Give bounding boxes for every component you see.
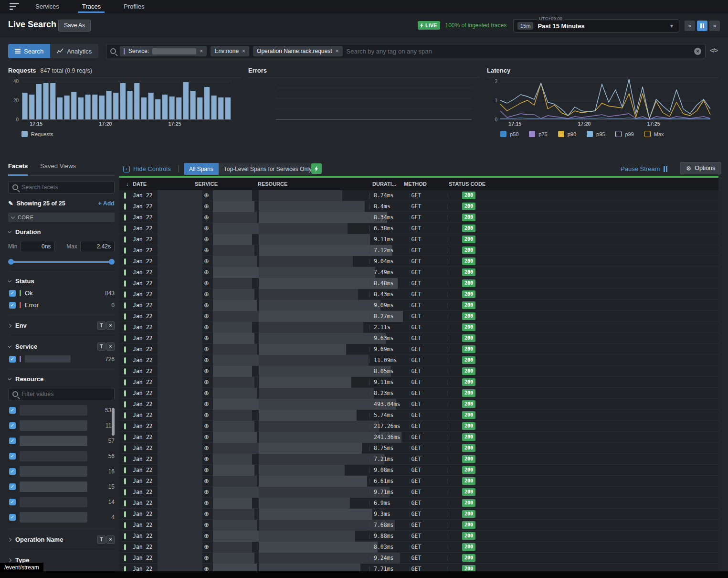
facet-value-row[interactable]: ✓16: [8, 466, 115, 477]
table-row[interactable]: Jan 22⊕8.43msGET200: [119, 289, 718, 300]
table-row[interactable]: Jan 22⊕8.48msGET200: [119, 278, 718, 289]
table-row[interactable]: Jan 22⊕11.09msGET200: [119, 355, 718, 366]
table-row[interactable]: Jan 22⊕8.27msGET200: [119, 311, 718, 322]
facet-top-button[interactable]: T: [97, 535, 106, 544]
slider-handle-min[interactable]: [8, 259, 14, 265]
search-input[interactable]: [347, 48, 690, 55]
nav-tab-traces[interactable]: Traces: [82, 0, 101, 13]
column-header-service[interactable]: SERVICE: [195, 181, 218, 187]
table-row[interactable]: Jan 22⊕9.09msGET200: [119, 300, 718, 311]
column-header-method[interactable]: METHOD: [404, 181, 427, 187]
facet-value-row[interactable]: ✓Error0: [8, 301, 115, 309]
checkbox[interactable]: ✓: [9, 407, 16, 414]
remove-filter-icon[interactable]: ×: [200, 48, 203, 54]
resource-filter-input[interactable]: [21, 391, 110, 397]
table-row[interactable]: Jan 22⊕8.23msGET200: [119, 388, 718, 399]
facet-operation-name-header[interactable]: Operation Name T×: [8, 535, 115, 544]
live-mode-toggle-button[interactable]: [311, 163, 322, 174]
table-row[interactable]: Jan 22⊕9.11msGET200: [119, 377, 718, 388]
facet-value-row[interactable]: ✓Ok843: [8, 289, 115, 297]
facet-value-row[interactable]: ✓118: [8, 420, 115, 431]
table-row[interactable]: Jan 22⊕6.9msGET200: [119, 498, 718, 509]
table-row[interactable]: Jan 22⊕493.04msGET200: [119, 399, 718, 410]
time-range-picker[interactable]: 15m Past 15 Minutes ▼: [513, 19, 679, 32]
table-row[interactable]: Jan 22⊕8.4msGET200: [119, 201, 718, 212]
facet-value-row[interactable]: ✓4: [8, 512, 115, 523]
facet-resource-header[interactable]: Resource: [8, 375, 115, 383]
facet-group-core[interactable]: CORE: [8, 213, 115, 222]
table-row[interactable]: Jan 22⊕6.38msGET200: [119, 223, 718, 234]
remove-filter-icon[interactable]: ×: [336, 48, 339, 54]
app-menu-icon[interactable]: [10, 3, 22, 13]
rewind-button[interactable]: «: [685, 21, 695, 31]
checkbox[interactable]: ✓: [9, 499, 16, 505]
facet-value-row[interactable]: ✓534: [8, 405, 115, 416]
clear-search-icon[interactable]: ×: [694, 48, 701, 55]
table-row[interactable]: Jan 22⊕7.71msGET200: [119, 564, 718, 571]
top-level-spans-button[interactable]: Top-Level Spans for Services Only: [219, 163, 317, 175]
duration-max-input[interactable]: [80, 241, 115, 252]
facet-duration-header[interactable]: Duration: [8, 228, 115, 235]
facet-clear-button[interactable]: ×: [106, 343, 115, 351]
facet-search-input[interactable]: [21, 184, 110, 191]
pause-stream-button[interactable]: Pause Stream: [621, 165, 667, 172]
checkbox[interactable]: ✓: [9, 468, 16, 475]
checkbox[interactable]: ✓: [9, 302, 16, 309]
checkbox[interactable]: ✓: [9, 290, 16, 297]
hide-controls-button[interactable]: ‹ Hide Controls: [123, 165, 171, 172]
facet-top-button[interactable]: T: [97, 343, 106, 351]
column-header-date[interactable]: DATE: [133, 181, 147, 187]
facet-search[interactable]: [8, 181, 115, 193]
duration-slider[interactable]: [8, 259, 115, 265]
filter-pill-service[interactable]: Service: ×: [120, 46, 207, 56]
facet-service-header[interactable]: Service T×: [8, 343, 115, 351]
filter-pill-operation[interactable]: Operation Name:rack.request ×: [253, 46, 342, 56]
checkbox[interactable]: ✓: [9, 453, 16, 460]
table-row[interactable]: Jan 22⊕217.26msGET200: [119, 421, 718, 432]
column-header-status-code[interactable]: STATUS CODE: [449, 181, 485, 187]
sort-descending-icon[interactable]: ↓: [126, 181, 129, 187]
table-row[interactable]: Jan 22⊕7.68msGET200: [119, 520, 718, 531]
table-row[interactable]: Jan 22⊕8.03msGET200: [119, 542, 718, 553]
table-row[interactable]: Jan 22⊕9.3msGET200: [119, 509, 718, 520]
forward-button[interactable]: »: [709, 21, 720, 31]
checkbox[interactable]: ✓: [9, 422, 16, 429]
duration-min-input[interactable]: [20, 241, 54, 252]
table-row[interactable]: Jan 22⊕9.88msGET200: [119, 531, 718, 542]
options-button[interactable]: ⚙ Options: [680, 162, 721, 174]
table-row[interactable]: Jan 22⊕9.63msGET200: [119, 333, 718, 344]
table-row[interactable]: Jan 22⊕9.69msGET200: [119, 344, 718, 355]
table-row[interactable]: Jan 22⊕9.71msGET200: [119, 487, 718, 498]
scrollbar[interactable]: [112, 408, 115, 436]
table-row[interactable]: Jan 22⊕7.49msGET200: [119, 267, 718, 278]
table-row[interactable]: Jan 22⊕9.08msGET200: [119, 465, 718, 476]
table-row[interactable]: Jan 22⊕6.61msGET200: [119, 476, 718, 487]
checkbox[interactable]: ✓: [9, 514, 16, 521]
facet-clear-button[interactable]: ×: [106, 321, 115, 330]
table-row[interactable]: Jan 22⊕9.24msGET200: [119, 553, 718, 564]
remove-filter-icon[interactable]: ×: [242, 48, 245, 54]
facet-top-button[interactable]: T: [97, 321, 106, 330]
table-row[interactable]: Jan 22⊕8.74msGET200: [119, 190, 718, 201]
tab-facets[interactable]: Facets: [8, 162, 28, 175]
table-row[interactable]: Jan 22⊕241.36msGET200: [119, 432, 718, 443]
filter-pill-env[interactable]: Env:none ×: [211, 46, 249, 56]
column-header-duration[interactable]: DURATI...: [372, 181, 396, 187]
facet-value-row[interactable]: ✓726: [8, 355, 115, 363]
checkbox[interactable]: ✓: [9, 356, 16, 363]
table-row[interactable]: Jan 22⊕7.12msGET200: [119, 245, 718, 256]
table-row[interactable]: Jan 22⊕8.34msGET200: [119, 212, 718, 223]
table-row[interactable]: Jan 22⊕2.11sGET200: [119, 322, 718, 333]
table-row[interactable]: Jan 22⊕9.04msGET200: [119, 256, 718, 267]
pause-button[interactable]: [697, 21, 707, 31]
table-row[interactable]: Jan 22⊕8.75msGET200: [119, 443, 718, 454]
all-spans-button[interactable]: All Spans: [184, 163, 219, 175]
search-mode-button[interactable]: Search: [8, 44, 50, 58]
facet-value-row[interactable]: ✓57: [8, 436, 115, 446]
facet-clear-button[interactable]: ×: [106, 535, 115, 544]
facet-value-row[interactable]: ✓56: [8, 451, 115, 461]
resource-filter[interactable]: [8, 388, 115, 400]
facet-value-row[interactable]: ✓15: [8, 482, 115, 492]
facet-value-row[interactable]: ✓14: [8, 497, 115, 507]
save-as-button[interactable]: Save As: [58, 20, 91, 32]
